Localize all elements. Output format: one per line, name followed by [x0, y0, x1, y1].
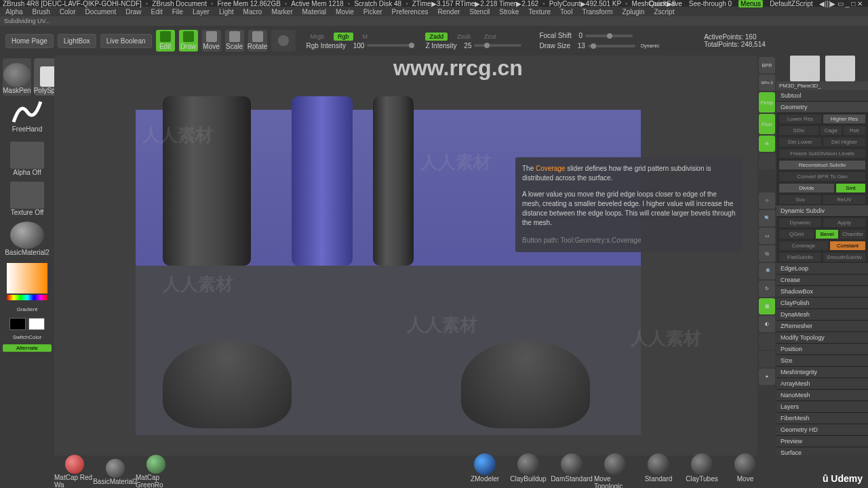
menu-item[interactable]: Zscript — [650, 8, 678, 16]
section-header[interactable]: Modify Topology — [776, 332, 868, 344]
default-zscript[interactable]: DefaultZScript — [770, 0, 812, 7]
section-header[interactable]: ClayPolish — [776, 298, 868, 309]
menu-item[interactable]: Texture — [524, 8, 555, 16]
persp-icon[interactable]: Persp — [759, 92, 775, 113]
floor-icon[interactable]: Floor — [759, 114, 775, 134]
tool-thumb[interactable]: Plane3D_1 — [825, 56, 855, 81]
scale-mode-icon[interactable]: Scale — [225, 30, 244, 52]
gradient-label[interactable]: Gradient — [3, 306, 52, 312]
gizmo-icon[interactable] — [271, 30, 296, 52]
section-header[interactable]: ZRemesher — [776, 321, 868, 332]
seethrough-slider[interactable]: See-through 0 — [689, 0, 732, 7]
tool-thumb[interactable]: Plane3D — [790, 56, 820, 81]
section-header[interactable]: MeshIntegrity — [776, 367, 868, 378]
smoothsubdiv-slider[interactable]: SmoothSubdiv — [823, 253, 865, 262]
aahalf-icon[interactable]: ½ — [759, 245, 775, 262]
qgrid-slider[interactable]: QGrid — [779, 230, 814, 239]
section-header[interactable]: Layers — [776, 401, 868, 413]
section-header[interactable]: Geometry HD — [776, 424, 868, 436]
section-header[interactable]: Position — [776, 344, 868, 355]
menu-item[interactable]: Color — [56, 8, 80, 16]
draw-size-slider[interactable] — [588, 45, 635, 47]
rgb-intensity-slider[interactable] — [367, 44, 414, 47]
actual-icon[interactable]: ▭ — [759, 228, 775, 244]
bpr-icon[interactable]: BPR — [759, 57, 775, 73]
zadd-toggle[interactable]: Zadd — [425, 33, 448, 41]
menu-item[interactable]: Stencil — [465, 8, 494, 16]
menu-item[interactable]: Picker — [359, 8, 387, 16]
brush-slot[interactable]: ClayBuildup — [507, 453, 549, 488]
bevel-toggle[interactable]: Bevel — [816, 230, 838, 239]
zsub-toggle[interactable]: Zsub — [453, 33, 475, 41]
menu-item[interactable]: Draw — [121, 8, 145, 16]
brush-slot[interactable]: ClayTubes — [681, 453, 723, 488]
xyz-icon[interactable]: ✦ — [759, 369, 775, 385]
section-header[interactable]: EdgeLoop — [776, 263, 868, 274]
menu-item[interactable]: Layer — [189, 8, 214, 16]
alternate-button[interactable]: Alternate — [3, 344, 52, 352]
z-intensity-slider[interactable] — [474, 44, 521, 47]
liveboolean-button[interactable]: Live Boolean — [100, 34, 152, 48]
win-controls[interactable]: ◀|||▶ ▭ _ □ ✕ — [819, 0, 863, 7]
menus-button[interactable]: Menus — [738, 0, 763, 7]
solo-icon[interactable] — [759, 351, 775, 367]
menu-item[interactable]: Tool — [556, 8, 576, 16]
convertbpr-button[interactable]: Convert BPR To Geo — [779, 172, 865, 181]
color-swatch-black[interactable] — [9, 318, 26, 330]
higherres-button[interactable]: Higher Res — [823, 115, 865, 123]
menu-item[interactable]: Edit — [147, 8, 167, 16]
reconstruct-button[interactable]: Reconstruct Subdiv — [779, 161, 865, 169]
draw-mode-icon[interactable]: Draw — [179, 30, 198, 52]
smt-toggle[interactable]: Smt — [836, 184, 865, 192]
menu-item[interactable]: Stroke — [495, 8, 523, 16]
move-mode-icon[interactable]: Move — [202, 30, 221, 52]
rgb-toggle[interactable]: Rgb — [334, 33, 353, 41]
lightbox-button[interactable]: LightBox — [58, 34, 96, 48]
material-slot[interactable]: BasicMaterial2 — [95, 459, 136, 485]
menu-item[interactable]: Document — [81, 8, 121, 16]
brush-slot[interactable]: DamStandard — [551, 453, 593, 488]
flatsubdiv-slider[interactable]: FlatSubdiv — [779, 253, 821, 262]
constant-toggle[interactable]: Constant — [830, 241, 865, 250]
quicksave-button[interactable]: QuickSave — [649, 0, 682, 7]
brush-slot[interactable]: ZModeler — [464, 453, 506, 488]
geometry-header[interactable]: Geometry — [776, 102, 868, 113]
sdiv-slider[interactable]: SDiv — [779, 126, 818, 135]
texture-selector[interactable]: Texture Off — [3, 182, 52, 219]
edit-mode-icon[interactable]: Edit — [156, 30, 175, 52]
mrgb-toggle[interactable]: Mrgb — [307, 33, 329, 41]
section-header[interactable]: DynaMesh — [776, 309, 868, 321]
section-header[interactable]: Preview — [776, 436, 868, 447]
section-header[interactable]: Crease — [776, 274, 868, 286]
section-header[interactable]: ShadowBox — [776, 286, 868, 298]
menu-item[interactable]: Render — [434, 8, 465, 16]
zoom3d-icon[interactable]: 🔎 — [759, 263, 775, 279]
zcut-toggle[interactable]: Zcut — [480, 33, 500, 41]
material-selector[interactable]: BasicMaterial2 — [3, 222, 52, 259]
subtool-header[interactable]: Subtool — [776, 90, 868, 102]
dynamic-toggle[interactable]: Dynamic — [779, 218, 821, 227]
focal-shift-slider[interactable] — [585, 35, 633, 37]
menu-item[interactable]: Transform — [578, 8, 616, 16]
frame-icon[interactable]: ▦ — [759, 298, 775, 314]
menu-item[interactable]: Zplugin — [618, 8, 649, 16]
divide-button[interactable]: Divide — [779, 184, 834, 192]
localsym-icon[interactable]: ⊕ — [759, 136, 775, 152]
alpha-selector[interactable]: Alpha Off — [3, 142, 52, 179]
color-picker[interactable] — [3, 262, 52, 302]
lowerres-button[interactable]: Lower Res — [779, 115, 821, 123]
coverage-slider[interactable]: Coverage — [779, 241, 828, 250]
chamfer-toggle[interactable]: Chamfer — [840, 230, 865, 239]
section-header[interactable]: ArrayMesh — [776, 378, 868, 390]
menu-item[interactable]: Movie — [332, 8, 358, 16]
zoom-icon[interactable]: 🔍 — [759, 210, 775, 226]
material-slot[interactable]: MatCap Red Wa — [54, 455, 95, 488]
xpose-icon[interactable] — [759, 153, 775, 169]
delhigher-button[interactable]: Del Higher — [823, 138, 865, 146]
viewport[interactable]: The Coverage slider defines how the grid… — [54, 56, 757, 488]
menu-item[interactable]: Macro — [239, 8, 267, 16]
brush-selector[interactable]: MaskPen — [3, 58, 31, 96]
dynamicsubdiv-header[interactable]: Dynamic Subdiv — [776, 205, 868, 217]
apply-button[interactable]: Apply — [823, 218, 865, 227]
section-header[interactable]: FiberMesh — [776, 413, 868, 424]
